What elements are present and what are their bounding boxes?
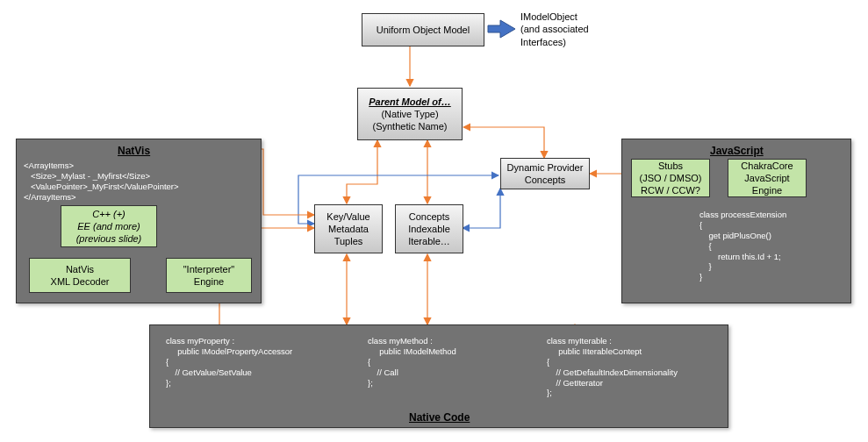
interpreter-engine-box: "Interpreter" Engine [166,258,252,293]
cpp-ee-box: C++ (+) EE (and more) (previous slide) [61,205,157,247]
natvis-title: NatVis [118,145,150,157]
natvis-code: <ArrayItems> <Size>_Mylast - _Myfirst</S… [24,160,179,203]
natvis-xml-decoder-box: NatVis XML Decoder [29,258,131,293]
concepts-box: Concepts Indexable Iterable… [395,204,463,253]
native-iter-code: class myIterable : public IIterableConte… [547,336,678,398]
imodelobject-note: IModelObject (and associated Interfaces) [520,11,589,48]
parent-model-box: Parent Model of… (Native Type) (Syntheti… [357,88,463,140]
chakracore-box: ChakraCore JavaScript Engine [728,159,807,197]
javascript-title: JavaScript [710,145,764,157]
stubs-box: Stubs (JSO / DMSO) RCW / CCW? [631,159,710,197]
js-code: class processExtension { get pidPlusOne(… [699,210,786,282]
native-code-title: Native Code [409,411,470,424]
native-code-panel: class myProperty : public IModelProperty… [149,324,728,428]
uniform-object-model-box: Uniform Object Model [362,13,484,46]
javascript-panel: JavaScript Stubs (JSO / DMSO) RCW / CCW?… [621,139,851,303]
natvis-panel: NatVis <ArrayItems> <Size>_Mylast - _Myf… [16,139,262,303]
uniform-object-model-label: Uniform Object Model [377,24,470,36]
keyvalue-box: Key/Value Metadata Tuples [314,204,383,253]
dynamic-provider-concepts-box: Dynamic Provider Concepts [500,158,590,189]
parent-model-title: Parent Model of… [369,96,451,108]
native-method-code: class myMethod : public IModelMethod { /… [368,336,456,388]
native-prop-code: class myProperty : public IModelProperty… [166,336,292,388]
